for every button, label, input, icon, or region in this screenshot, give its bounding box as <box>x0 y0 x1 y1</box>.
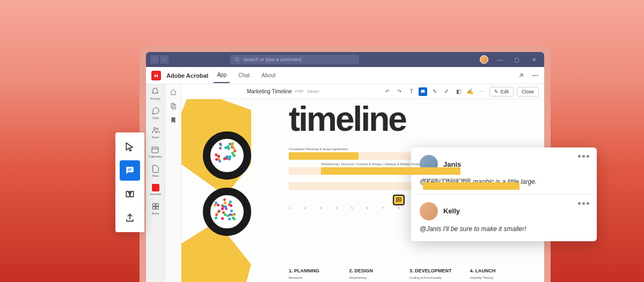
bell-icon <box>151 87 159 96</box>
popout-icon[interactable] <box>517 72 525 79</box>
comment-header: Kelly <box>420 202 588 220</box>
floating-toolbar: T <box>115 132 144 232</box>
undo-button[interactable]: ↶ <box>383 87 392 96</box>
app-name: Adobe Acrobat <box>166 72 208 79</box>
comment-tool[interactable] <box>419 87 427 96</box>
appbar-right <box>517 72 539 79</box>
calendar-icon <box>151 145 159 154</box>
svg-point-6 <box>157 128 158 130</box>
teams-titlebar: ‹ › Search or type a command — ▢ ✕ <box>146 52 544 67</box>
toolbar-right: ↶ ↷ T ✎ ✐ ◧ ✍ ⋯ ✎Edit Close <box>383 87 539 97</box>
doc-area: Marketing Timeline PDF Saved ↶ ↷ T ✎ ✐ ◧… <box>181 84 544 282</box>
comment-more-button[interactable] <box>578 202 589 205</box>
svg-point-0 <box>236 58 239 61</box>
tab-chat[interactable]: Chat <box>235 68 253 83</box>
svg-point-4 <box>537 75 538 76</box>
svg-point-5 <box>153 128 156 130</box>
doc-format: PDF <box>295 89 304 94</box>
main-row: Activity Chat Team Calendar Files Acroba… <box>146 84 544 282</box>
svg-rect-10 <box>156 204 158 206</box>
home-icon[interactable] <box>170 88 177 96</box>
svg-line-1 <box>238 61 239 62</box>
chat-icon <box>151 107 160 115</box>
close-doc-button[interactable]: Close <box>517 87 539 97</box>
draw-tool[interactable]: ✐ <box>442 87 451 96</box>
more-icon[interactable] <box>531 72 539 79</box>
rail-calendar[interactable]: Calendar <box>149 145 162 158</box>
erase-tool[interactable]: ◧ <box>454 87 463 96</box>
doc-title-group: Marketing Timeline PDF Saved <box>247 88 319 94</box>
team-icon <box>151 126 160 135</box>
rail-team[interactable]: Team <box>151 126 160 139</box>
comments-panel: Janis @Kelly I think this graphic is a l… <box>411 147 597 241</box>
tab-app[interactable]: App <box>214 68 230 83</box>
doc-rail <box>165 84 181 282</box>
svg-text:T: T <box>128 191 131 197</box>
pages-icon[interactable] <box>170 102 177 110</box>
comment-marker[interactable] <box>393 195 405 205</box>
rail-acrobat[interactable]: Acrobat <box>150 184 161 196</box>
signature-tool[interactable]: ✍ <box>466 87 474 96</box>
files-icon <box>151 165 160 173</box>
text-tool[interactable]: T <box>407 87 415 96</box>
comment-text: @Janis I'll be sure to make it smaller! <box>420 225 588 234</box>
bookmark-icon[interactable] <box>170 116 177 124</box>
rail-store[interactable]: Store <box>151 202 160 215</box>
nav-forward-button[interactable]: › <box>160 55 169 64</box>
svg-rect-17 <box>128 169 132 169</box>
select-tool[interactable] <box>120 137 140 157</box>
svg-rect-9 <box>152 204 155 206</box>
search-bar[interactable]: Search or type a command <box>230 55 359 64</box>
avatar <box>420 202 438 220</box>
maximize-button[interactable]: ▢ <box>511 54 523 65</box>
doc-status: Saved <box>307 89 319 94</box>
svg-point-3 <box>535 75 536 76</box>
svg-rect-18 <box>128 170 131 170</box>
app-bar: Adobe Acrobat App Chat About <box>146 67 544 84</box>
minimize-button[interactable]: — <box>494 54 506 65</box>
comment-item[interactable]: Kelly @Janis I'll be sure to make it sma… <box>411 195 597 241</box>
text-box-tool[interactable]: T <box>120 184 140 204</box>
redo-button[interactable]: ↷ <box>395 87 404 96</box>
acrobat-icon <box>152 184 159 191</box>
comment-author: Kelly <box>443 207 460 215</box>
svg-point-2 <box>532 75 533 76</box>
teams-rail: Activity Chat Team Calendar Files Acroba… <box>146 84 165 282</box>
comment-more-button[interactable] <box>578 155 589 158</box>
svg-rect-7 <box>152 147 158 153</box>
search-icon <box>235 57 240 62</box>
headline: timeline <box>289 99 406 139</box>
doc-title: Marketing Timeline <box>247 88 292 94</box>
svg-rect-11 <box>152 207 155 210</box>
highlight-tool[interactable]: ✎ <box>430 87 439 96</box>
nav-arrows: ‹ › <box>150 55 169 64</box>
close-window-button[interactable]: ✕ <box>528 54 540 65</box>
comment-tool-float[interactable] <box>120 160 140 181</box>
store-icon <box>151 202 160 211</box>
rail-activity[interactable]: Activity <box>150 87 160 100</box>
search-placeholder: Search or type a command <box>243 57 301 62</box>
doc-toolbar: Marketing Timeline PDF Saved ↶ ↷ T ✎ ✐ ◧… <box>181 84 544 99</box>
rail-files[interactable]: Files <box>151 165 160 177</box>
edit-button[interactable]: ✎Edit <box>489 87 514 97</box>
acrobat-logo-icon <box>151 71 161 80</box>
rail-chat[interactable]: Chat <box>151 107 160 120</box>
svg-rect-13 <box>171 103 174 108</box>
user-avatar[interactable] <box>480 55 488 64</box>
phases: 1. PLANNINGResearchTarget audienceCompet… <box>289 268 519 282</box>
illustration-lens-top <box>203 131 251 180</box>
more-tools[interactable]: ⋯ <box>478 87 486 96</box>
svg-rect-12 <box>156 207 158 210</box>
nav-back-button[interactable]: ‹ <box>150 55 159 64</box>
share-tool[interactable] <box>120 207 140 228</box>
tab-about[interactable]: About <box>258 68 279 83</box>
svg-rect-14 <box>172 105 175 109</box>
titlebar-right: — ▢ ✕ <box>480 54 540 65</box>
illustration-lens-bottom <box>203 188 251 236</box>
